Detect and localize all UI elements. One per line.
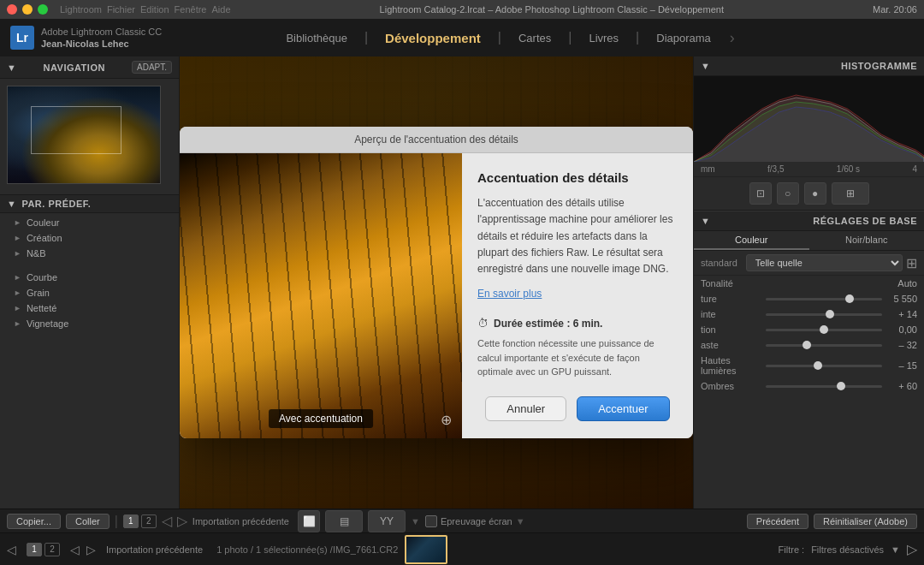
slider-thumb-1[interactable] [826,310,834,318]
app-menu-edition[interactable]: Edition [140,4,169,15]
slider-label-2: tion [701,324,761,335]
window-controls[interactable]: Lightroom Fichier Edition Fenêtre Aide [7,4,231,15]
crop-tool[interactable]: ⊡ [749,182,772,205]
arrow-icon: ► [14,273,21,282]
grid-view[interactable]: ▤ [325,510,363,532]
loupe-view[interactable]: ⬜ [298,510,320,532]
preset-item-vignetage[interactable]: ► Vignetage [0,316,179,331]
redeye-tool[interactable]: ● [804,182,826,205]
slider-label-5: Ombres [701,381,761,391]
histogram-area [694,76,924,162]
preset-item-grain[interactable]: ► Grain [0,285,179,300]
dialog-preview-image [180,153,462,437]
proof-dropdown[interactable]: ▼ [516,516,525,526]
sep2: ▼ [411,516,420,526]
maximize-button[interactable] [38,4,48,15]
slider-value-0: 5 550 [887,294,917,304]
proof-checkbox[interactable] [425,515,437,527]
compare-view[interactable]: YY [368,510,406,532]
preset-item-couleur[interactable]: ► Couleur [0,215,179,230]
film-badge-2[interactable]: 2 [44,543,60,556]
navigation-label: Navigation [43,62,104,73]
preview-image [7,86,161,184]
app-menu-fenetre[interactable]: Fenêtre [175,4,207,15]
tab-noirblank[interactable]: Noir/blanc [809,231,925,250]
histogram-header: ▼ Histogramme [694,56,924,76]
accept-button[interactable]: Accentuer [577,396,670,421]
slider-track-4[interactable] [766,365,882,367]
tab-diaporama[interactable]: Diaporama [643,27,725,50]
dialog-learn-more-link[interactable]: En savoir plus [477,288,678,300]
slider-track-5[interactable] [766,385,882,388]
basic-panel-header: ▼ Réglages de base [694,211,924,231]
slider-value-1: + 14 [887,309,917,319]
slider-thumb-0[interactable] [845,294,854,303]
app-menu-lightroom[interactable]: Lightroom [60,4,102,15]
filmstrip-next-nav[interactable]: ▷ [86,543,96,556]
filmstrip-expand-icon[interactable]: ▷ [907,541,917,557]
slider-track-3[interactable] [766,344,882,347]
preset-item-nettete[interactable]: ► Netteté [0,300,179,316]
filmstrip-prev-icon[interactable]: ◁ [7,543,16,556]
filmstrip-thumbnail[interactable] [405,535,447,564]
reset-button[interactable]: Réinitialiser (Adobe) [814,514,917,529]
filmstrip-photo-info: 1 photo / 1 sélectionnée(s) /IMG_7661.CR… [216,544,398,555]
system-time: Mar. 20:06 [873,4,917,15]
slider-thumb-2[interactable] [820,325,828,334]
slider-thumb-3[interactable] [803,341,811,349]
shutter-speed: 1/60 s [837,164,860,174]
preset-item-courbe[interactable]: ► Courbe [0,270,179,285]
page-badge-1[interactable]: 1 [123,514,139,528]
histogram-triangle[interactable]: ▼ [701,61,710,71]
slider-value-2: 0,00 [887,324,917,335]
next-page-icon[interactable]: ▷ [177,513,187,529]
tab-developpement[interactable]: Développement [371,26,495,51]
slider-track-0[interactable] [766,298,882,300]
tab-cartes[interactable]: Cartes [505,27,565,50]
app-menu-fichier[interactable]: Fichier [107,4,135,15]
tab-bibliotheque[interactable]: Bibliothèque [272,27,361,50]
filter-dropdown-icon[interactable]: ▼ [891,544,900,555]
proof-row: Epreuvage écran ▼ [425,515,525,527]
basic-triangle[interactable]: ▼ [701,216,710,226]
grid-view-icon[interactable]: ⊞ [906,255,917,271]
close-button[interactable] [7,4,17,15]
slider-thumb-5[interactable] [837,382,845,390]
main-layout: ▼ Navigation ADAPT. ▼ Par. prédef. ► Cou… [0,56,924,508]
dialog-image-label: Avec accentuation [269,409,373,428]
minimize-button[interactable] [22,4,33,15]
slider-thumb-4[interactable] [814,361,822,370]
prev-page-icon[interactable]: ◁ [162,513,172,529]
color-tabs: Couleur Noir/blanc [694,231,924,251]
page-badge-2[interactable]: 2 [141,514,157,528]
slider-track-1[interactable] [766,313,882,316]
dialog-description: L'accentuation des détails utilise l'app… [477,195,678,277]
dialog-overlay: Aperçu de l'accentuation des détails Ave… [180,56,693,508]
slider-row-5: Ombres + 60 [694,378,924,394]
slider-label-4: Hautes lumières [701,355,761,376]
tab-couleur[interactable]: Couleur [694,231,809,250]
grid-tool[interactable]: ⊞ [832,182,869,205]
slider-track-2[interactable] [766,329,882,331]
slider-label-0: ture [701,294,761,304]
preset-item-creation[interactable]: ► Création [0,230,179,246]
prev-button[interactable]: Précédent [747,514,808,529]
app-menu-aide[interactable]: Aide [212,4,231,15]
filmstrip-page-badges: 1 2 [27,543,60,556]
dialog-title-bar: Aperçu de l'accentuation des détails [180,127,693,153]
film-badge-1[interactable]: 1 [27,543,42,556]
tab-livres[interactable]: Livres [575,27,632,50]
preset-item-nb[interactable]: ► N&B [0,246,179,261]
proof-label: Epreuvage écran [441,516,512,526]
presets-triangle[interactable]: ▼ [7,199,16,209]
filmstrip-prev-nav[interactable]: ◁ [70,543,80,556]
adapt-button[interactable]: ADAPT. [132,61,172,74]
profile-prefix: standard [701,258,737,268]
copy-button[interactable]: Copier... [7,514,61,529]
profile-select[interactable]: Telle quelle [746,254,903,271]
paste-button[interactable]: Coller [66,514,110,529]
clock-icon: ⏱ [477,317,489,330]
navigation-triangle[interactable]: ▼ [7,62,16,73]
cancel-button[interactable]: Annuler [485,396,566,421]
healing-tool[interactable]: ○ [777,182,799,205]
